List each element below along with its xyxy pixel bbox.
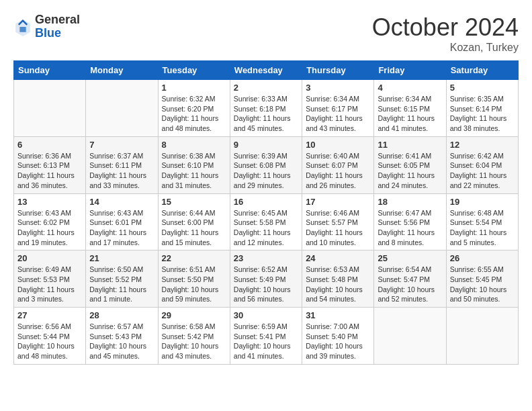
day-detail: Sunrise: 6:37 AM Sunset: 6:11 PM Dayligh… [89, 151, 154, 191]
day-detail: Sunrise: 6:47 AM Sunset: 5:56 PM Dayligh… [378, 208, 442, 248]
calendar-row-4: 27Sunrise: 6:56 AM Sunset: 5:44 PM Dayli… [14, 308, 519, 365]
day-detail: Sunrise: 6:50 AM Sunset: 5:52 PM Dayligh… [89, 265, 154, 304]
day-number: 4 [378, 83, 442, 93]
day-detail: Sunrise: 6:39 AM Sunset: 6:08 PM Dayligh… [234, 151, 298, 191]
day-detail: Sunrise: 6:43 AM Sunset: 6:02 PM Dayligh… [17, 208, 82, 248]
page-header: General Blue October 2024 Kozan, Turkey [13, 13, 519, 54]
day-detail: Sunrise: 6:42 AM Sunset: 6:04 PM Dayligh… [450, 151, 515, 191]
day-number: 20 [17, 253, 82, 263]
day-number: 29 [162, 310, 226, 320]
day-detail: Sunrise: 6:44 AM Sunset: 6:00 PM Dayligh… [162, 208, 226, 248]
day-number: 25 [378, 253, 442, 263]
column-header-wednesday: Wednesday [230, 61, 302, 80]
day-detail: Sunrise: 6:51 AM Sunset: 5:50 PM Dayligh… [162, 265, 226, 304]
calendar-cell: 9Sunrise: 6:39 AM Sunset: 6:08 PM Daylig… [230, 136, 302, 193]
header-row: SundayMondayTuesdayWednesdayThursdayFrid… [14, 61, 519, 80]
calendar-cell: 26Sunrise: 6:55 AM Sunset: 5:45 PM Dayli… [446, 250, 518, 308]
calendar-cell: 28Sunrise: 6:57 AM Sunset: 5:43 PM Dayli… [86, 308, 158, 365]
column-header-sunday: Sunday [14, 61, 86, 80]
day-detail: Sunrise: 7:00 AM Sunset: 5:40 PM Dayligh… [306, 322, 370, 361]
day-detail: Sunrise: 6:54 AM Sunset: 5:47 PM Dayligh… [378, 265, 442, 304]
calendar-cell: 6Sunrise: 6:36 AM Sunset: 6:13 PM Daylig… [14, 136, 86, 193]
day-number: 1 [162, 83, 226, 93]
day-number: 16 [234, 197, 298, 207]
calendar-cell: 31Sunrise: 7:00 AM Sunset: 5:40 PM Dayli… [302, 308, 374, 365]
day-number: 17 [306, 197, 370, 207]
day-number: 27 [17, 310, 82, 320]
day-detail: Sunrise: 6:59 AM Sunset: 5:41 PM Dayligh… [234, 322, 298, 361]
calendar-row-2: 13Sunrise: 6:43 AM Sunset: 6:02 PM Dayli… [14, 193, 519, 250]
day-number: 15 [162, 197, 226, 207]
day-number: 28 [89, 310, 154, 320]
day-detail: Sunrise: 6:46 AM Sunset: 5:57 PM Dayligh… [306, 208, 370, 248]
calendar-cell [14, 80, 86, 137]
day-detail: Sunrise: 6:36 AM Sunset: 6:13 PM Dayligh… [17, 151, 82, 191]
day-number: 26 [450, 253, 515, 263]
day-detail: Sunrise: 6:32 AM Sunset: 6:20 PM Dayligh… [162, 94, 226, 134]
calendar-cell: 27Sunrise: 6:56 AM Sunset: 5:44 PM Dayli… [14, 308, 86, 365]
day-number: 8 [162, 140, 226, 150]
logo-icon [13, 17, 32, 36]
title-block: October 2024 Kozan, Turkey [372, 13, 519, 54]
calendar-row-1: 6Sunrise: 6:36 AM Sunset: 6:13 PM Daylig… [14, 136, 519, 193]
day-number: 9 [234, 140, 298, 150]
calendar-cell: 25Sunrise: 6:54 AM Sunset: 5:47 PM Dayli… [374, 250, 446, 308]
day-number: 13 [17, 197, 82, 207]
day-detail: Sunrise: 6:34 AM Sunset: 6:17 PM Dayligh… [306, 94, 370, 134]
day-number: 23 [234, 253, 298, 263]
calendar-cell [374, 308, 446, 365]
calendar-cell: 30Sunrise: 6:59 AM Sunset: 5:41 PM Dayli… [230, 308, 302, 365]
calendar-cell: 20Sunrise: 6:49 AM Sunset: 5:53 PM Dayli… [14, 250, 86, 308]
calendar-cell: 19Sunrise: 6:48 AM Sunset: 5:54 PM Dayli… [446, 193, 518, 250]
logo-blue-text: Blue [35, 27, 80, 40]
day-number: 2 [234, 83, 298, 93]
calendar-cell [86, 80, 158, 137]
day-number: 18 [378, 197, 442, 207]
calendar-cell: 15Sunrise: 6:44 AM Sunset: 6:00 PM Dayli… [158, 193, 230, 250]
calendar-cell: 4Sunrise: 6:34 AM Sunset: 6:15 PM Daylig… [374, 80, 446, 137]
calendar-cell: 21Sunrise: 6:50 AM Sunset: 5:52 PM Dayli… [86, 250, 158, 308]
day-detail: Sunrise: 6:53 AM Sunset: 5:48 PM Dayligh… [306, 265, 370, 304]
day-detail: Sunrise: 6:49 AM Sunset: 5:53 PM Dayligh… [17, 265, 82, 304]
day-detail: Sunrise: 6:38 AM Sunset: 6:10 PM Dayligh… [162, 151, 226, 191]
column-header-saturday: Saturday [446, 61, 518, 80]
calendar-cell: 3Sunrise: 6:34 AM Sunset: 6:17 PM Daylig… [302, 80, 374, 137]
calendar-cell: 23Sunrise: 6:52 AM Sunset: 5:49 PM Dayli… [230, 250, 302, 308]
day-detail: Sunrise: 6:58 AM Sunset: 5:42 PM Dayligh… [162, 322, 226, 361]
calendar-cell: 2Sunrise: 6:33 AM Sunset: 6:18 PM Daylig… [230, 80, 302, 137]
day-number: 14 [89, 197, 154, 207]
calendar-cell [446, 308, 518, 365]
day-number: 3 [306, 83, 370, 93]
day-number: 24 [306, 253, 370, 263]
calendar-cell: 12Sunrise: 6:42 AM Sunset: 6:04 PM Dayli… [446, 136, 518, 193]
location: Kozan, Turkey [372, 42, 519, 54]
logo-text: General Blue [35, 13, 80, 40]
day-detail: Sunrise: 6:45 AM Sunset: 5:58 PM Dayligh… [234, 208, 298, 248]
column-header-friday: Friday [374, 61, 446, 80]
column-header-monday: Monday [86, 61, 158, 80]
calendar-cell: 10Sunrise: 6:40 AM Sunset: 6:07 PM Dayli… [302, 136, 374, 193]
day-number: 22 [162, 253, 226, 263]
day-detail: Sunrise: 6:35 AM Sunset: 6:14 PM Dayligh… [450, 94, 515, 134]
logo-general-text: General [35, 13, 80, 27]
calendar-table: SundayMondayTuesdayWednesdayThursdayFrid… [13, 60, 519, 365]
day-number: 21 [89, 253, 154, 263]
day-number: 30 [234, 310, 298, 320]
day-number: 10 [306, 140, 370, 150]
calendar-cell: 22Sunrise: 6:51 AM Sunset: 5:50 PM Dayli… [158, 250, 230, 308]
day-detail: Sunrise: 6:41 AM Sunset: 6:05 PM Dayligh… [378, 151, 442, 191]
calendar-cell: 1Sunrise: 6:32 AM Sunset: 6:20 PM Daylig… [158, 80, 230, 137]
day-detail: Sunrise: 6:40 AM Sunset: 6:07 PM Dayligh… [306, 151, 370, 191]
calendar-cell: 11Sunrise: 6:41 AM Sunset: 6:05 PM Dayli… [374, 136, 446, 193]
column-header-tuesday: Tuesday [158, 61, 230, 80]
day-detail: Sunrise: 6:55 AM Sunset: 5:45 PM Dayligh… [450, 265, 515, 304]
day-detail: Sunrise: 6:43 AM Sunset: 6:01 PM Dayligh… [89, 208, 154, 248]
day-number: 31 [306, 310, 370, 320]
day-number: 6 [17, 140, 82, 150]
svg-rect-1 [19, 27, 26, 32]
logo: General Blue [13, 13, 80, 40]
day-number: 11 [378, 140, 442, 150]
day-detail: Sunrise: 6:34 AM Sunset: 6:15 PM Dayligh… [378, 94, 442, 134]
day-detail: Sunrise: 6:52 AM Sunset: 5:49 PM Dayligh… [234, 265, 298, 304]
calendar-cell: 29Sunrise: 6:58 AM Sunset: 5:42 PM Dayli… [158, 308, 230, 365]
